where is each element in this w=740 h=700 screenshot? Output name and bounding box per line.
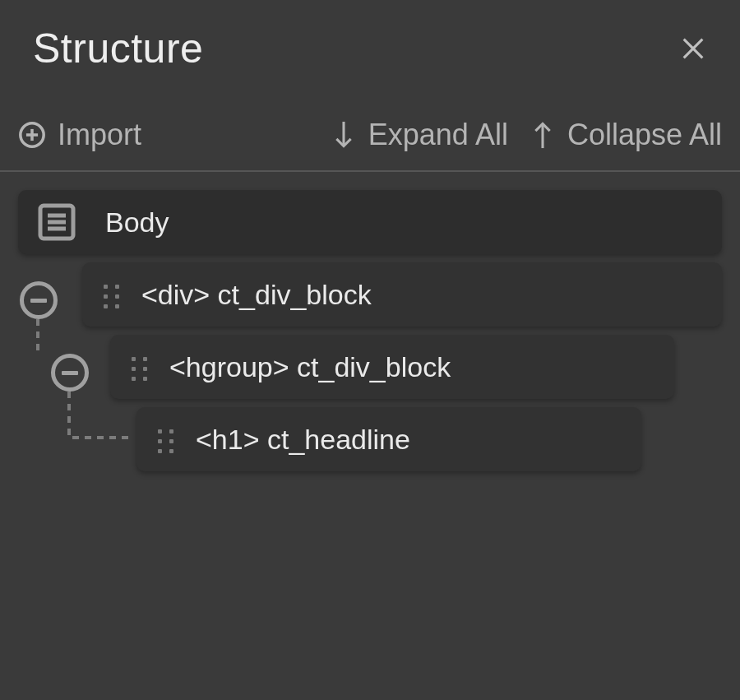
tree-connector <box>67 392 133 439</box>
node-label: <hgroup> ct_div_block <box>169 351 451 383</box>
drag-handle-icon[interactable] <box>102 283 122 306</box>
close-icon <box>679 35 707 63</box>
close-button[interactable] <box>679 35 707 63</box>
import-button[interactable]: Import <box>18 118 141 152</box>
minus-icon <box>62 371 78 375</box>
arrow-up-icon <box>530 118 556 152</box>
plus-circle-icon <box>18 121 46 149</box>
panel-title: Structure <box>33 25 203 72</box>
drag-handle-icon[interactable] <box>130 355 150 378</box>
minus-icon <box>30 299 47 303</box>
drag-handle-icon[interactable] <box>156 428 176 451</box>
collapse-toggle[interactable] <box>20 281 58 319</box>
import-label: Import <box>58 118 141 152</box>
collapse-all-label: Collapse All <box>567 118 722 152</box>
collapse-all-button[interactable]: Collapse All <box>530 118 722 152</box>
arrow-down-icon <box>331 118 357 152</box>
expand-all-button[interactable]: Expand All <box>331 118 508 152</box>
node-label: Body <box>105 206 169 239</box>
expand-all-label: Expand All <box>368 118 508 152</box>
tree-node-body[interactable]: Body <box>18 190 722 254</box>
tree-node-div[interactable]: <div> ct_div_block <box>82 262 722 327</box>
structure-tree: Body <div> ct_div_block <hgroup> ct_div_… <box>0 190 740 471</box>
tree-node-hgroup[interactable]: <hgroup> ct_div_block <box>110 335 674 399</box>
body-icon <box>38 203 76 241</box>
collapse-toggle[interactable] <box>51 354 89 392</box>
node-label: <h1> ct_headline <box>196 424 410 456</box>
tree-connector <box>36 319 39 352</box>
node-label: <div> ct_div_block <box>141 279 372 311</box>
panel-header: Structure <box>0 0 740 101</box>
tree-node-h1[interactable]: <h1> ct_headline <box>136 407 641 471</box>
toolbar: Import Expand All Collapse All <box>0 101 740 172</box>
